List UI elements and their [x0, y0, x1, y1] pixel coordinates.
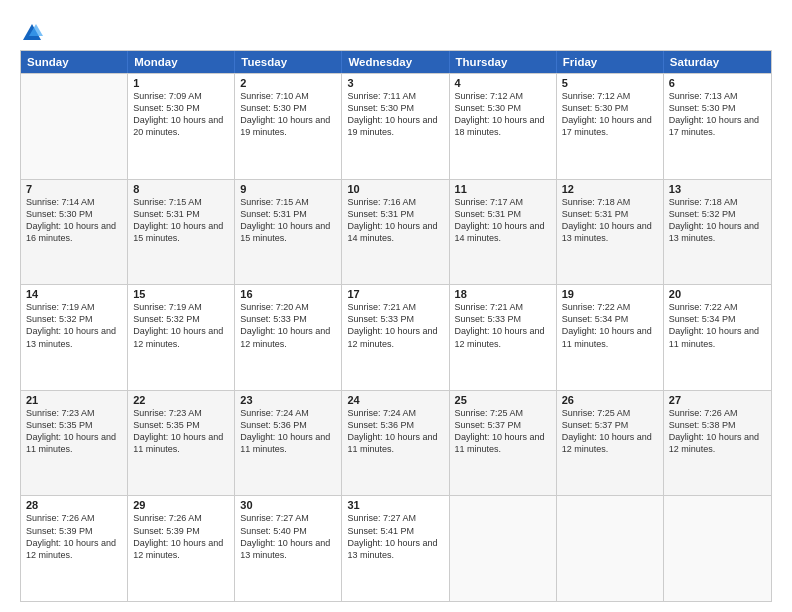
day-info: Sunrise: 7:23 AM Sunset: 5:35 PM Dayligh… [26, 407, 122, 456]
day-cell-12: 12Sunrise: 7:18 AM Sunset: 5:31 PM Dayli… [557, 180, 664, 285]
day-info: Sunrise: 7:25 AM Sunset: 5:37 PM Dayligh… [455, 407, 551, 456]
day-info: Sunrise: 7:11 AM Sunset: 5:30 PM Dayligh… [347, 90, 443, 139]
day-info: Sunrise: 7:10 AM Sunset: 5:30 PM Dayligh… [240, 90, 336, 139]
day-cell-31: 31Sunrise: 7:27 AM Sunset: 5:41 PM Dayli… [342, 496, 449, 601]
day-cell-4: 4Sunrise: 7:12 AM Sunset: 5:30 PM Daylig… [450, 74, 557, 179]
day-info: Sunrise: 7:24 AM Sunset: 5:36 PM Dayligh… [347, 407, 443, 456]
day-number: 7 [26, 183, 122, 195]
day-cell-26: 26Sunrise: 7:25 AM Sunset: 5:37 PM Dayli… [557, 391, 664, 496]
day-cell-19: 19Sunrise: 7:22 AM Sunset: 5:34 PM Dayli… [557, 285, 664, 390]
day-info: Sunrise: 7:26 AM Sunset: 5:38 PM Dayligh… [669, 407, 766, 456]
day-number: 10 [347, 183, 443, 195]
day-cell-20: 20Sunrise: 7:22 AM Sunset: 5:34 PM Dayli… [664, 285, 771, 390]
day-info: Sunrise: 7:27 AM Sunset: 5:41 PM Dayligh… [347, 512, 443, 561]
empty-cell [557, 496, 664, 601]
day-info: Sunrise: 7:18 AM Sunset: 5:31 PM Dayligh… [562, 196, 658, 245]
day-number: 6 [669, 77, 766, 89]
calendar-row-5: 28Sunrise: 7:26 AM Sunset: 5:39 PM Dayli… [21, 495, 771, 601]
page: SundayMondayTuesdayWednesdayThursdayFrid… [0, 0, 792, 612]
day-info: Sunrise: 7:21 AM Sunset: 5:33 PM Dayligh… [455, 301, 551, 350]
header-day-tuesday: Tuesday [235, 51, 342, 73]
empty-cell [450, 496, 557, 601]
day-number: 25 [455, 394, 551, 406]
day-cell-18: 18Sunrise: 7:21 AM Sunset: 5:33 PM Dayli… [450, 285, 557, 390]
header-day-saturday: Saturday [664, 51, 771, 73]
logo [20, 18, 44, 40]
day-number: 15 [133, 288, 229, 300]
day-cell-13: 13Sunrise: 7:18 AM Sunset: 5:32 PM Dayli… [664, 180, 771, 285]
calendar-header: SundayMondayTuesdayWednesdayThursdayFrid… [21, 51, 771, 73]
day-cell-23: 23Sunrise: 7:24 AM Sunset: 5:36 PM Dayli… [235, 391, 342, 496]
day-info: Sunrise: 7:20 AM Sunset: 5:33 PM Dayligh… [240, 301, 336, 350]
day-cell-27: 27Sunrise: 7:26 AM Sunset: 5:38 PM Dayli… [664, 391, 771, 496]
day-number: 29 [133, 499, 229, 511]
empty-cell [21, 74, 128, 179]
day-cell-21: 21Sunrise: 7:23 AM Sunset: 5:35 PM Dayli… [21, 391, 128, 496]
day-cell-15: 15Sunrise: 7:19 AM Sunset: 5:32 PM Dayli… [128, 285, 235, 390]
day-info: Sunrise: 7:19 AM Sunset: 5:32 PM Dayligh… [26, 301, 122, 350]
calendar-body: 1Sunrise: 7:09 AM Sunset: 5:30 PM Daylig… [21, 73, 771, 601]
day-info: Sunrise: 7:25 AM Sunset: 5:37 PM Dayligh… [562, 407, 658, 456]
day-number: 24 [347, 394, 443, 406]
header [20, 18, 772, 40]
day-number: 31 [347, 499, 443, 511]
day-number: 27 [669, 394, 766, 406]
day-number: 18 [455, 288, 551, 300]
day-info: Sunrise: 7:21 AM Sunset: 5:33 PM Dayligh… [347, 301, 443, 350]
header-day-sunday: Sunday [21, 51, 128, 73]
day-info: Sunrise: 7:18 AM Sunset: 5:32 PM Dayligh… [669, 196, 766, 245]
day-info: Sunrise: 7:19 AM Sunset: 5:32 PM Dayligh… [133, 301, 229, 350]
day-number: 9 [240, 183, 336, 195]
day-number: 13 [669, 183, 766, 195]
day-info: Sunrise: 7:26 AM Sunset: 5:39 PM Dayligh… [133, 512, 229, 561]
header-day-wednesday: Wednesday [342, 51, 449, 73]
day-cell-24: 24Sunrise: 7:24 AM Sunset: 5:36 PM Dayli… [342, 391, 449, 496]
day-cell-7: 7Sunrise: 7:14 AM Sunset: 5:30 PM Daylig… [21, 180, 128, 285]
header-day-friday: Friday [557, 51, 664, 73]
day-info: Sunrise: 7:15 AM Sunset: 5:31 PM Dayligh… [133, 196, 229, 245]
day-cell-29: 29Sunrise: 7:26 AM Sunset: 5:39 PM Dayli… [128, 496, 235, 601]
header-day-monday: Monday [128, 51, 235, 73]
day-number: 22 [133, 394, 229, 406]
day-number: 14 [26, 288, 122, 300]
day-number: 30 [240, 499, 336, 511]
day-number: 26 [562, 394, 658, 406]
day-info: Sunrise: 7:27 AM Sunset: 5:40 PM Dayligh… [240, 512, 336, 561]
day-number: 23 [240, 394, 336, 406]
day-cell-22: 22Sunrise: 7:23 AM Sunset: 5:35 PM Dayli… [128, 391, 235, 496]
day-cell-5: 5Sunrise: 7:12 AM Sunset: 5:30 PM Daylig… [557, 74, 664, 179]
day-cell-3: 3Sunrise: 7:11 AM Sunset: 5:30 PM Daylig… [342, 74, 449, 179]
day-cell-28: 28Sunrise: 7:26 AM Sunset: 5:39 PM Dayli… [21, 496, 128, 601]
day-info: Sunrise: 7:09 AM Sunset: 5:30 PM Dayligh… [133, 90, 229, 139]
day-info: Sunrise: 7:12 AM Sunset: 5:30 PM Dayligh… [562, 90, 658, 139]
day-info: Sunrise: 7:22 AM Sunset: 5:34 PM Dayligh… [562, 301, 658, 350]
day-number: 12 [562, 183, 658, 195]
empty-cell [664, 496, 771, 601]
day-cell-9: 9Sunrise: 7:15 AM Sunset: 5:31 PM Daylig… [235, 180, 342, 285]
day-number: 20 [669, 288, 766, 300]
calendar: SundayMondayTuesdayWednesdayThursdayFrid… [20, 50, 772, 602]
day-number: 21 [26, 394, 122, 406]
day-number: 3 [347, 77, 443, 89]
day-info: Sunrise: 7:23 AM Sunset: 5:35 PM Dayligh… [133, 407, 229, 456]
day-info: Sunrise: 7:26 AM Sunset: 5:39 PM Dayligh… [26, 512, 122, 561]
day-number: 16 [240, 288, 336, 300]
day-cell-11: 11Sunrise: 7:17 AM Sunset: 5:31 PM Dayli… [450, 180, 557, 285]
day-number: 8 [133, 183, 229, 195]
day-cell-14: 14Sunrise: 7:19 AM Sunset: 5:32 PM Dayli… [21, 285, 128, 390]
day-info: Sunrise: 7:17 AM Sunset: 5:31 PM Dayligh… [455, 196, 551, 245]
day-info: Sunrise: 7:16 AM Sunset: 5:31 PM Dayligh… [347, 196, 443, 245]
calendar-row-1: 1Sunrise: 7:09 AM Sunset: 5:30 PM Daylig… [21, 73, 771, 179]
day-cell-17: 17Sunrise: 7:21 AM Sunset: 5:33 PM Dayli… [342, 285, 449, 390]
day-cell-25: 25Sunrise: 7:25 AM Sunset: 5:37 PM Dayli… [450, 391, 557, 496]
day-cell-2: 2Sunrise: 7:10 AM Sunset: 5:30 PM Daylig… [235, 74, 342, 179]
calendar-row-3: 14Sunrise: 7:19 AM Sunset: 5:32 PM Dayli… [21, 284, 771, 390]
day-number: 1 [133, 77, 229, 89]
day-cell-30: 30Sunrise: 7:27 AM Sunset: 5:40 PM Dayli… [235, 496, 342, 601]
day-cell-16: 16Sunrise: 7:20 AM Sunset: 5:33 PM Dayli… [235, 285, 342, 390]
day-info: Sunrise: 7:15 AM Sunset: 5:31 PM Dayligh… [240, 196, 336, 245]
day-number: 17 [347, 288, 443, 300]
day-cell-1: 1Sunrise: 7:09 AM Sunset: 5:30 PM Daylig… [128, 74, 235, 179]
day-info: Sunrise: 7:13 AM Sunset: 5:30 PM Dayligh… [669, 90, 766, 139]
day-cell-10: 10Sunrise: 7:16 AM Sunset: 5:31 PM Dayli… [342, 180, 449, 285]
